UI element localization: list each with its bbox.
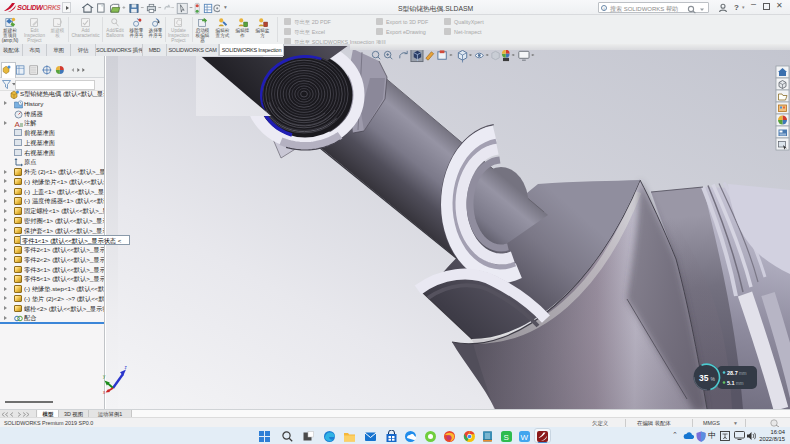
svg-text:x: x bbox=[103, 390, 106, 394]
svg-text:%: % bbox=[711, 376, 716, 382]
svg-text:W: W bbox=[521, 433, 529, 442]
svg-text:A: A bbox=[15, 120, 21, 129]
svg-text:mm: mm bbox=[736, 381, 744, 386]
svg-text:y: y bbox=[103, 374, 106, 379]
svg-text:mm: mm bbox=[739, 371, 747, 376]
svg-text:28.7: 28.7 bbox=[727, 370, 738, 376]
svg-text:S: S bbox=[504, 433, 509, 442]
svg-text:35: 35 bbox=[699, 373, 709, 383]
svg-text:z: z bbox=[125, 365, 128, 370]
svg-text:5.1: 5.1 bbox=[727, 380, 735, 386]
